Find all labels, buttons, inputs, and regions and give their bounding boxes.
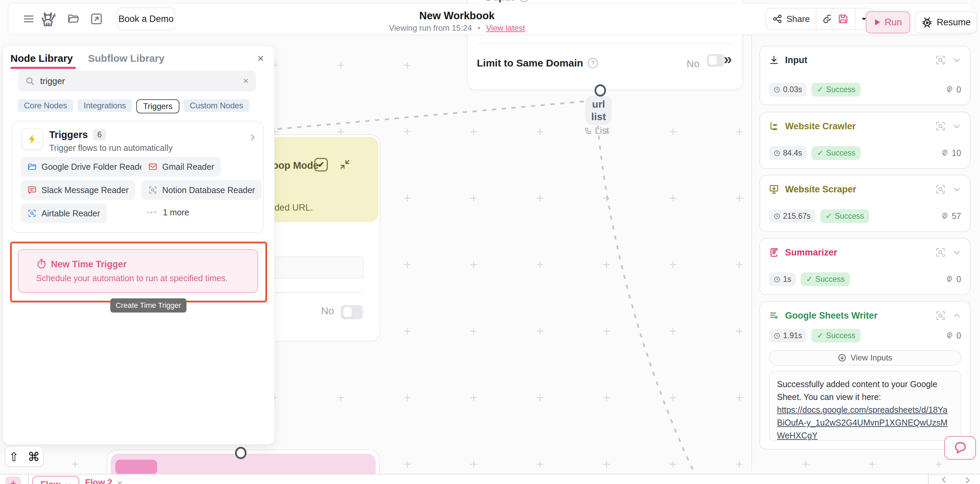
view-latest-link[interactable]: View latest	[486, 23, 525, 32]
focus-node-icon[interactable]	[935, 247, 946, 258]
filter-chip-triggers[interactable]: Triggers	[136, 99, 179, 113]
chevron-right-icon[interactable]	[248, 132, 257, 142]
open-external-icon[interactable]	[90, 13, 103, 25]
clock-icon	[773, 332, 780, 339]
chevron-down-icon[interactable]	[952, 248, 961, 257]
limit-toggle[interactable]	[707, 54, 724, 67]
scroll-tabs-left-icon[interactable]	[940, 475, 948, 484]
coins-icon	[945, 275, 954, 284]
clear-search-icon[interactable]: ×	[243, 76, 248, 86]
book-demo-button[interactable]: Book a Demo	[117, 7, 175, 30]
run-button[interactable]: Run	[865, 11, 910, 34]
result-card-website-scraper[interactable]: Website Scraper215.67s✓Success57	[759, 175, 970, 232]
workbook-title[interactable]: New Workbook	[386, 10, 528, 22]
output-port[interactable]	[595, 85, 606, 96]
result-card-google-sheets-writer[interactable]: Google Sheets Writer1.91s✓Success0View I…	[759, 301, 970, 450]
filter-chip-integrations[interactable]: Integrations	[78, 99, 132, 112]
duration-value: 215.67s	[783, 212, 811, 221]
tab-subflow-library[interactable]: Subflow Library	[88, 53, 165, 64]
grid-plus-icon: +	[469, 192, 478, 204]
input-port[interactable]	[235, 447, 247, 459]
grid-plus-icon: +	[602, 259, 611, 270]
focus-node-icon[interactable]	[935, 310, 946, 321]
node-chip-notion-database-reader[interactable]: Notion Database Reader	[141, 180, 262, 200]
resume-button[interactable]: Resume	[915, 11, 977, 34]
grid-plus-icon: +	[802, 458, 810, 470]
focus-node-icon[interactable]	[935, 184, 946, 195]
input-download-icon	[769, 55, 779, 65]
focus-node-icon[interactable]	[935, 120, 946, 132]
result-card-input[interactable]: Input0.03s✓Success0	[759, 46, 970, 105]
duration-badge: 1s	[769, 272, 796, 286]
divider	[272, 292, 363, 293]
chevron-down-icon[interactable]	[116, 479, 123, 484]
node-chip-slack-message-reader[interactable]: Slack Message Reader	[21, 180, 135, 200]
loop-mode-checkbox[interactable]: ✔	[314, 158, 328, 171]
filter-chip-core-nodes[interactable]: Core Nodes	[18, 99, 73, 112]
summarizer-icon	[769, 248, 779, 257]
grid-plus-icon: +	[735, 126, 744, 137]
focus-node-icon[interactable]	[935, 54, 946, 66]
view-inputs-button[interactable]: View Inputs	[769, 350, 961, 366]
flow-tab-flow-2[interactable]: Flow 2	[85, 477, 123, 484]
filter-chip-row: Core NodesIntegrationsTriggersCustom Nod…	[18, 99, 249, 113]
keyboard-shortcut-pill: ⇧ ⌘	[5, 446, 44, 467]
filter-chip-custom-nodes[interactable]: Custom Nodes	[184, 99, 250, 112]
grid-plus-icon: +	[669, 325, 677, 337]
chevron-down-icon[interactable]	[952, 185, 961, 194]
share-button-group: Share	[765, 8, 839, 30]
credits-value: 0	[956, 331, 961, 340]
node-chip-gmail-reader[interactable]: Gmail Reader	[141, 157, 221, 177]
node-output-box[interactable]: Successfully added content to your Googl…	[769, 371, 961, 441]
run-status-line: Viewing run from 15:24 • View latest	[352, 23, 562, 33]
output-link[interactable]: https://docs.google.com/spreadsheets/d/1…	[777, 403, 953, 441]
credits-count: 0	[945, 85, 961, 94]
check-icon: ✓	[817, 331, 823, 340]
loop-node-card[interactable]: Loop Mode ✔ ided URL. No	[266, 134, 380, 342]
node-chip-airtable-reader[interactable]: Airtable Reader	[21, 203, 107, 223]
chevron-up-icon[interactable]	[952, 311, 961, 320]
grid-plus-icon: +	[602, 192, 611, 204]
status-badge: ✓Success	[820, 209, 869, 223]
add-flow-button[interactable]: +	[5, 477, 21, 484]
url-list-output-chip[interactable]: url list	[585, 96, 612, 125]
result-card-summarizer[interactable]: Summarizer1s✓Success0	[759, 238, 970, 295]
check-icon: ✓	[817, 149, 823, 158]
divider	[477, 43, 733, 44]
result-card-website-crawler[interactable]: Website Crawler84.4s✓Success10	[759, 112, 970, 169]
scroll-tabs-right-icon[interactable]	[963, 475, 972, 484]
node-chip-label: Airtable Reader	[41, 209, 100, 218]
triggers-header: Triggers 6	[49, 129, 106, 141]
mascot-logo-icon[interactable]	[40, 9, 57, 29]
folder-icon[interactable]	[67, 13, 80, 25]
flow-tab-label: Flow	[40, 479, 60, 484]
duration-value: 84.4s	[783, 149, 802, 158]
divider	[928, 474, 929, 484]
chevron-down-icon[interactable]	[64, 481, 71, 484]
chat-support-button[interactable]	[944, 436, 976, 460]
more-nodes-button[interactable]: ···1 more	[147, 208, 189, 217]
node-search-input[interactable]: trigger ×	[18, 70, 256, 91]
node-chip-google-drive-folder-reader[interactable]: Google Drive Folder Reader	[21, 157, 154, 177]
new-time-trigger-card[interactable]: New Time Trigger Schedule your automatio…	[18, 249, 258, 293]
save-button[interactable]	[831, 8, 855, 29]
tab-node-library[interactable]: Node Library	[10, 53, 73, 64]
grid-plus-icon: +	[536, 325, 544, 337]
credits-count: 10	[940, 148, 961, 158]
chevron-down-icon[interactable]	[952, 56, 961, 64]
close-icon[interactable]: ×	[253, 51, 268, 65]
menu-icon[interactable]	[22, 13, 35, 25]
collapse-node-icon[interactable]	[339, 159, 351, 170]
expand-node-icon[interactable]: »	[724, 51, 732, 67]
timer-icon	[36, 259, 47, 269]
clock-icon	[773, 86, 780, 93]
time-trigger-description: Schedule your automation to run at speci…	[36, 273, 228, 283]
node-title: Summarizer	[785, 248, 929, 258]
node-text-input[interactable]	[272, 257, 364, 279]
node-toggle[interactable]	[340, 305, 363, 319]
help-icon[interactable]: ?	[588, 58, 598, 68]
grid-plus-icon: +	[469, 126, 478, 137]
chevron-down-icon[interactable]	[952, 122, 961, 131]
flow-tab-flow[interactable]: Flow	[32, 476, 79, 484]
share-button[interactable]: Share	[766, 8, 816, 29]
